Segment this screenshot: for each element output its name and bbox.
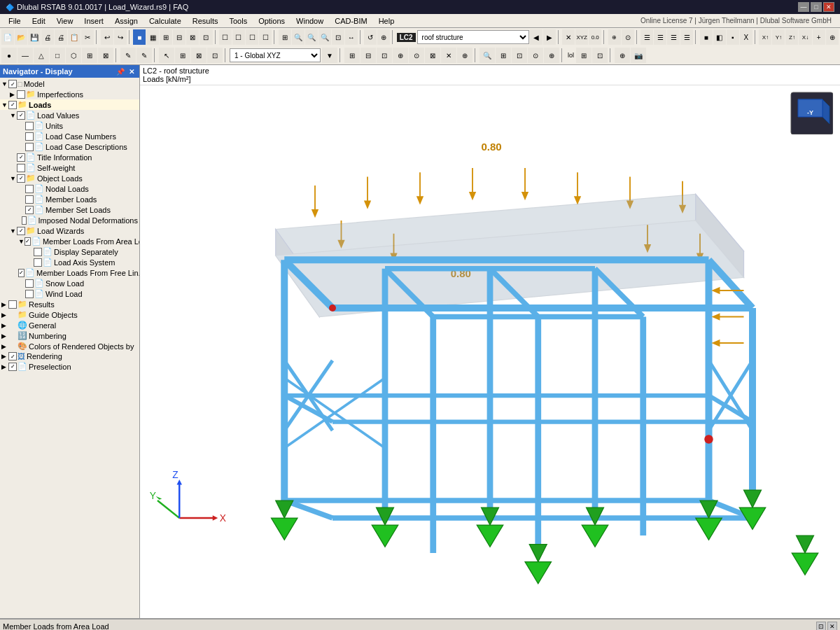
menu-edit[interactable]: Edit xyxy=(27,15,51,27)
tb-rotate[interactable]: ↺ xyxy=(364,29,377,45)
tb-zoom5[interactable]: ↔ xyxy=(345,29,358,45)
coord-sys-dropdown[interactable]: 1 - Global XYZ xyxy=(230,48,321,62)
nav-item-self-weight[interactable]: 📄 Self-weight xyxy=(0,162,139,173)
nav-item-load-wizards[interactable]: ▼ ✓ 📁 Load Wizards xyxy=(0,225,139,236)
tb-snap2[interactable]: ⊙ xyxy=(622,29,634,45)
tb-b2[interactable]: ☐ xyxy=(232,29,245,45)
tb2-cs-btn[interactable]: ▼ xyxy=(322,48,337,63)
bp-close-btn[interactable]: ✕ xyxy=(827,622,837,631)
title-bar-controls[interactable]: — □ ✕ xyxy=(798,2,834,12)
tb-cross[interactable]: ✕ xyxy=(562,29,575,45)
tb2-12[interactable]: ⊠ xyxy=(191,48,206,63)
tb-render3[interactable]: ▪ xyxy=(727,29,739,45)
menu-assign[interactable]: Assign xyxy=(109,15,144,27)
tb2-grid2[interactable]: ⊟ xyxy=(360,48,376,63)
nav-pin-icon[interactable]: 📌 xyxy=(115,66,125,76)
tb-new[interactable]: 📄 xyxy=(1,29,14,45)
tb2-4[interactable]: □ xyxy=(50,48,65,63)
tb-lc-prev[interactable]: ◀ xyxy=(530,29,542,45)
tb2-arrow[interactable]: ↖ xyxy=(159,48,174,63)
tb-ax5[interactable]: + xyxy=(813,29,825,45)
tb2-grid6[interactable]: ⊠ xyxy=(425,48,440,63)
tb-ax4[interactable]: X↓ xyxy=(799,29,811,45)
nav-item-imperfections[interactable]: ▶ 📁 Imperfections xyxy=(0,89,139,99)
tb2-grid8[interactable]: ⊕ xyxy=(457,48,472,63)
nav-close-icon[interactable]: ✕ xyxy=(127,66,136,76)
nav-item-member-loads[interactable]: 📄 Member Loads xyxy=(0,194,139,204)
nav-item-member-set-loads[interactable]: ✓ 📄 Member Set Loads xyxy=(0,204,139,215)
nav-item-lc-desc[interactable]: 📄 Load Case Descriptions xyxy=(0,141,139,152)
tb2-b5[interactable]: ⊕ xyxy=(544,48,559,63)
tb-ax1[interactable]: X↑ xyxy=(759,29,771,45)
menu-view[interactable]: View xyxy=(51,15,79,27)
minimize-button[interactable]: — xyxy=(798,2,809,12)
menu-options[interactable]: Options xyxy=(253,15,290,27)
viewport-canvas[interactable]: 0.80 xyxy=(140,85,840,618)
menu-window[interactable]: Window xyxy=(290,15,329,27)
tb2-3[interactable]: △ xyxy=(34,48,49,63)
tb-r5[interactable]: ☰ xyxy=(667,29,680,45)
tb-zoom4[interactable]: ⊡ xyxy=(332,29,344,45)
nav-item-results[interactable]: ▶ 📁 Results xyxy=(0,299,139,309)
tb-view2[interactable]: ▦ xyxy=(146,29,159,45)
nav-item-numbering[interactable]: ▶ 🔢 Numbering xyxy=(0,330,139,341)
nav-item-rendering[interactable]: ▶ ✓ 🖼 Rendering xyxy=(0,351,139,361)
nav-item-wind-load[interactable]: 📄 Wind Load xyxy=(0,288,139,299)
tb-print2[interactable]: 🖨 xyxy=(55,29,67,45)
tb2-5[interactable]: ⬡ xyxy=(66,48,81,63)
tb-redo[interactable]: ↪ xyxy=(114,29,127,45)
tb-view5[interactable]: ⊠ xyxy=(186,29,199,45)
tb-undo[interactable]: ↩ xyxy=(101,29,113,45)
tb-zoom-out[interactable]: 🔍 xyxy=(305,29,318,45)
nav-item-preselection[interactable]: ▶ ✓ 📄 Preselection xyxy=(0,361,139,372)
menu-help[interactable]: Help xyxy=(373,15,400,27)
nav-item-guide-objects[interactable]: ▶ 📁 Guide Objects xyxy=(0,309,139,320)
orientation-cube[interactable]: -Y xyxy=(788,89,833,134)
tb-render2[interactable]: ◧ xyxy=(713,29,726,45)
nav-item-title-info[interactable]: ✓ 📄 Title Information xyxy=(0,152,139,162)
tb-render4[interactable]: X xyxy=(740,29,752,45)
tb-ax6[interactable]: ⊕ xyxy=(826,29,839,45)
nav-item-general[interactable]: ▶ 🌐 General xyxy=(0,320,139,330)
tb2-9[interactable]: ✎ xyxy=(136,48,152,63)
tb-xyz[interactable]: XYZ xyxy=(575,29,588,45)
menu-tools[interactable]: Tools xyxy=(223,15,253,27)
nav-item-nodal-loads[interactable]: 📄 Nodal Loads xyxy=(0,183,139,194)
tb-zoom-in[interactable]: 🔍 xyxy=(292,29,304,45)
tb2-6[interactable]: ⊞ xyxy=(82,48,97,63)
tb2-snap-icon[interactable]: ⊕ xyxy=(615,48,630,63)
tb-r3[interactable]: ☰ xyxy=(640,29,653,45)
tb-view4[interactable]: ⊟ xyxy=(173,29,186,45)
tb-ax2[interactable]: Y↑ xyxy=(772,29,785,45)
tb2-c1[interactable]: ⊞ xyxy=(576,48,592,63)
tb2-b1[interactable]: 🔍 xyxy=(479,48,495,63)
tb-view6[interactable]: ⊡ xyxy=(200,29,212,45)
tb-xyz2[interactable]: 0.0 xyxy=(589,29,601,45)
nav-item-units[interactable]: 📄 Units xyxy=(0,120,139,131)
menu-file[interactable]: File xyxy=(3,15,27,27)
tb-btn7[interactable]: ✂ xyxy=(81,29,94,45)
tb2-b3[interactable]: ⊡ xyxy=(512,48,527,63)
tb-r6[interactable]: ☰ xyxy=(680,29,693,45)
tb-zoom-all[interactable]: ⊞ xyxy=(279,29,291,45)
tb2-b4[interactable]: ⊙ xyxy=(528,48,543,63)
nav-item-colors-rendered[interactable]: ▶ 🎨 Colors of Rendered Objects by xyxy=(0,341,139,351)
tb-b3[interactable]: ☐ xyxy=(246,29,258,45)
nav-item-load-values[interactable]: ▼ ✓ 📄 Load Values xyxy=(0,110,139,120)
tb2-grid4[interactable]: ⊕ xyxy=(393,48,408,63)
tb-view1[interactable]: ■ xyxy=(133,29,146,45)
bp-float-btn[interactable]: ⊡ xyxy=(816,622,826,631)
tb2-b2[interactable]: ⊞ xyxy=(496,48,511,63)
tb2-2[interactable]: — xyxy=(18,48,33,63)
nav-item-imposed-nodal[interactable]: 📄 Imposed Nodal Deformations xyxy=(0,215,139,225)
tb2-13[interactable]: ⊡ xyxy=(207,48,223,63)
maximize-button[interactable]: □ xyxy=(811,2,822,12)
nav-item-model[interactable]: ▼ ✓ □ Model xyxy=(0,79,139,89)
tb-r4[interactable]: ☰ xyxy=(654,29,666,45)
nav-item-lc-numbers[interactable]: 📄 Load Case Numbers xyxy=(0,131,139,141)
tb-b4[interactable]: ☐ xyxy=(259,29,272,45)
tb-render1[interactable]: ■ xyxy=(700,29,713,45)
nav-item-snow-load[interactable]: 📄 Snow Load xyxy=(0,278,139,288)
tb-r2[interactable]: ⊕ xyxy=(377,29,390,45)
nav-item-object-loads[interactable]: ▼ ✓ 📁 Object Loads xyxy=(0,173,139,183)
